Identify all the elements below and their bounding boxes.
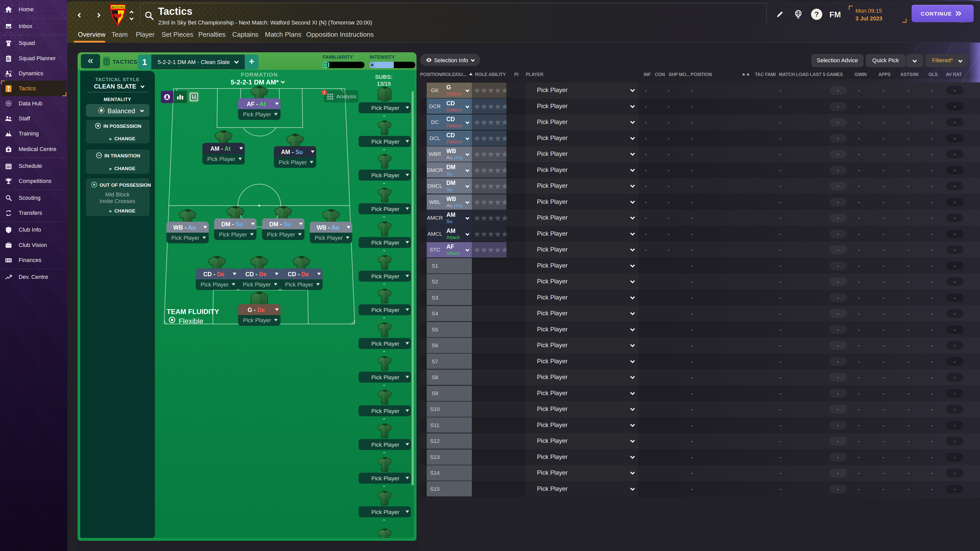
svg-text:S: S (8, 259, 10, 262)
svg-text:11: 11 (7, 41, 10, 43)
svg-text:WATFORD: WATFORD (111, 6, 124, 8)
